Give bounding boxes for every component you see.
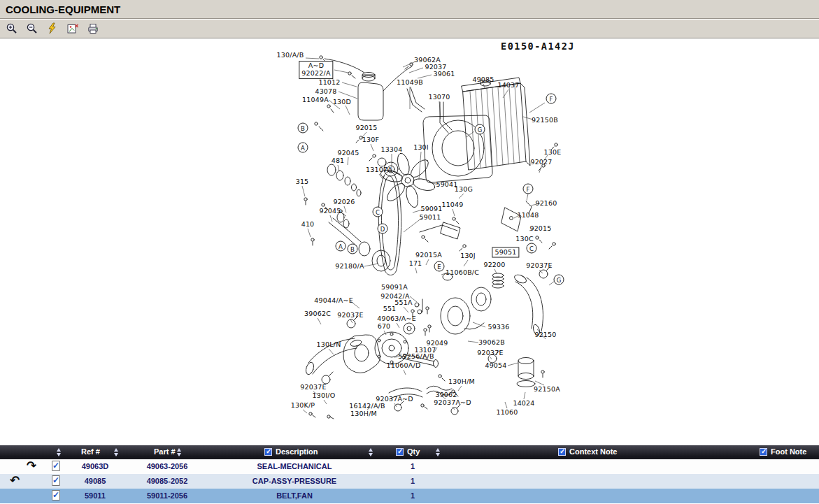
select-part-icon[interactable] xyxy=(52,490,60,501)
qty-column-header[interactable]: Qty xyxy=(407,447,420,456)
part-label: 130K/P xyxy=(291,402,315,410)
callout-F: F xyxy=(523,184,534,194)
select-part-icon[interactable] xyxy=(52,475,60,486)
callout-A: A xyxy=(336,241,346,252)
description-column-header[interactable]: Description xyxy=(276,447,318,456)
part-label: 481 xyxy=(332,157,345,165)
description-cell: CAP-ASSY-PRESSURE xyxy=(203,477,386,485)
part-label: 59336 xyxy=(487,324,509,331)
qty-cell: 1 xyxy=(389,491,436,500)
part-label: 92042/A xyxy=(380,293,409,301)
zoom-in-button[interactable] xyxy=(3,21,20,36)
parts-table-body: ↷49063D49063-2056SEAL-MECHANICAL1↶490854… xyxy=(0,459,819,503)
part-label: 130E xyxy=(544,149,562,157)
exploded-parts-diagram xyxy=(0,0,819,504)
sort-icon[interactable] xyxy=(176,448,183,456)
part-label: 59091A xyxy=(381,284,408,291)
sort-icon[interactable] xyxy=(56,448,62,456)
description-cell: BELT,FAN xyxy=(203,491,386,500)
foot-note-filter-checkbox[interactable] xyxy=(760,448,767,456)
ref-cell: 49085 xyxy=(70,477,120,485)
qty-cell: 1 xyxy=(389,462,436,470)
part-label: 92200 xyxy=(483,261,505,269)
part-label: 14037 xyxy=(497,82,519,89)
ref-cell: 49063D xyxy=(70,462,120,470)
parts-table-header: Ref # Part # Description Qty Context Not… xyxy=(0,445,819,459)
part-label: 11012 xyxy=(318,79,340,87)
parts-table: Ref # Part # Description Qty Context Not… xyxy=(0,445,819,504)
part-label: 11048 xyxy=(517,212,539,219)
diagram-labels: 130/A/BA~D92022/A110124307811049A130D390… xyxy=(0,0,819,504)
part-label: 14024 xyxy=(513,400,534,408)
part-label: 130H/M xyxy=(448,378,475,386)
part-label: 410 xyxy=(301,221,315,229)
qty-cell: 1 xyxy=(389,477,436,485)
part-label: 39062 xyxy=(435,391,457,399)
quick-select-button[interactable] xyxy=(44,21,60,36)
select-part-icon[interactable] xyxy=(52,461,60,471)
part-label: 92037E xyxy=(337,312,363,319)
part-label: 171 xyxy=(409,260,422,268)
table-row[interactable]: 5901159011-2056BELT,FAN1 xyxy=(0,489,819,503)
diagram-code: E0150-A142J xyxy=(501,41,575,52)
part-label: 59051 xyxy=(492,247,519,258)
part-label: 92045 xyxy=(319,208,341,215)
part-label: 130C xyxy=(515,236,534,243)
foot-note-column-header[interactable]: Foot Note xyxy=(771,447,806,456)
print-button[interactable] xyxy=(85,21,101,36)
part-label: A~D92022/A xyxy=(299,61,333,79)
part-label: 11060 xyxy=(496,409,518,417)
part-label: 59041 xyxy=(436,181,457,189)
part-label: 92015 xyxy=(355,124,377,132)
description-filter-checkbox[interactable] xyxy=(264,448,272,456)
description-cell: SEAL-MECHANICAL xyxy=(203,462,386,470)
part-label: 43078 xyxy=(315,88,336,96)
part-label: 39061 xyxy=(433,71,455,78)
callout-G: G xyxy=(554,275,564,285)
part-label: 92015 xyxy=(529,225,551,233)
qty-filter-checkbox[interactable] xyxy=(396,448,404,456)
sort-icon[interactable] xyxy=(368,448,374,456)
part-label: 130J xyxy=(460,252,476,260)
callout-C: C xyxy=(527,243,537,254)
part-label: 92026 xyxy=(333,199,355,206)
sort-icon[interactable] xyxy=(435,448,441,456)
zoom-out-icon xyxy=(26,22,38,35)
part-label: 92027 xyxy=(530,159,552,166)
callout-A: A xyxy=(298,143,308,153)
image-nav-button[interactable] xyxy=(64,21,80,36)
part-label: 130H/M xyxy=(350,410,377,418)
part-label: 92037A~D xyxy=(376,396,413,403)
sort-icon[interactable] xyxy=(113,448,120,456)
part-label: 11060A/D xyxy=(387,362,421,370)
part-label: 92037E xyxy=(477,350,503,357)
part-label: 315 xyxy=(296,178,309,186)
part-label: 92150 xyxy=(534,331,556,339)
page-title: COOLING-EQUIPMENT xyxy=(0,0,819,19)
toolbar xyxy=(0,20,819,38)
part-label: 39062A xyxy=(414,57,441,64)
forward-arrow-icon[interactable]: ↷ xyxy=(27,459,36,473)
part-label: 49063/A~E xyxy=(377,315,416,323)
table-row[interactable]: ↶4908549085-2052CAP-ASSY-PRESSURE1 xyxy=(0,474,819,489)
part-label: 59011 xyxy=(419,214,441,222)
zoom-out-button[interactable] xyxy=(24,21,40,36)
back-arrow-icon[interactable]: ↶ xyxy=(10,473,20,487)
part-column-header[interactable]: Part # xyxy=(154,447,176,456)
table-row[interactable]: ↷49063D49063-2056SEAL-MECHANICAL1 xyxy=(0,459,819,474)
part-label: 130I xyxy=(413,144,429,152)
ref-column-header[interactable]: Ref # xyxy=(81,447,100,456)
context-note-column-header[interactable]: Context Note xyxy=(569,447,617,456)
part-label: 11049B xyxy=(397,79,423,87)
part-label: 92160 xyxy=(535,200,557,208)
part-label: 130/A/B xyxy=(277,52,304,59)
part-label: 49085 xyxy=(472,76,494,84)
part-label: 59091 xyxy=(420,206,442,213)
context-note-filter-checkbox[interactable] xyxy=(558,448,566,456)
callout-E: E xyxy=(434,261,445,272)
part-label: 130D xyxy=(333,99,351,106)
part-cell: 59011-2056 xyxy=(136,491,199,500)
part-label: 92037A~D xyxy=(434,399,471,407)
part-label: 16142/A/B xyxy=(349,403,385,410)
part-label: 92015A xyxy=(415,252,442,259)
